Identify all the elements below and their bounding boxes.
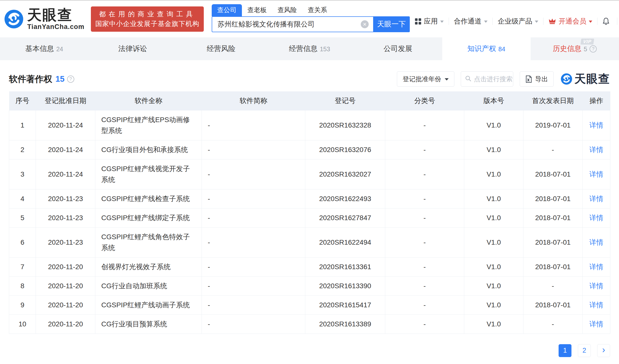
tianyancha-swirl-icon xyxy=(4,9,24,29)
help-icon[interactable]: ? xyxy=(67,76,74,83)
table-row: 22020-11-24CG行业项目外包和承接系统-2020SR1632076-V… xyxy=(9,140,610,159)
detail-link[interactable]: 详情 xyxy=(590,121,603,129)
column-header-登记批准日期: 登记批准日期 xyxy=(36,91,95,110)
tianyancha-swirl-icon xyxy=(561,73,572,85)
col-reg-number: 2020SR1613389 xyxy=(305,314,385,334)
watermark-brand-name: 天眼查 xyxy=(574,71,610,87)
section-count: 15 xyxy=(55,74,65,84)
tab-count: 24 xyxy=(56,46,63,53)
col-first-publish-date: - xyxy=(523,140,583,159)
table-row: 62020-11-23CGSPIP红鲤产线角色特效子系统-2020SR16224… xyxy=(9,227,610,257)
tianyancha-logo[interactable]: 天眼查 TianYanCha.com xyxy=(4,8,84,31)
col-short-name: - xyxy=(202,159,305,189)
header: 天眼查 TianYanCha.com 都在用的商业查询工具 国家中小企业发展子基… xyxy=(0,1,619,37)
col-approval-date: 2020-11-24 xyxy=(36,140,95,159)
tab-经营信息[interactable]: 经营信息153 xyxy=(265,37,354,60)
table-row: 102020-11-20CG行业项目预算系统-2020SR1613389-V1.… xyxy=(9,314,610,334)
col-first-publish-date: 2018-07-01 xyxy=(523,257,583,276)
col-reg-number: 2020SR1632076 xyxy=(305,140,385,159)
col-first-publish-date: - xyxy=(523,314,583,334)
tab-历史信息[interactable]: VIP历史信息5? xyxy=(531,37,619,60)
col-class-number: - xyxy=(385,110,464,140)
col-approval-date: 2020-11-23 xyxy=(36,227,95,257)
help-icon[interactable]: ? xyxy=(590,45,597,52)
col-full-name: CGSPIP红鲤产线动画子系统 xyxy=(95,295,202,314)
slogan-badge: 都在用的商业查询工具 国家中小企业发展子基金旗下机构 xyxy=(91,6,204,32)
column-header-首次发表日期: 首次发表日期 xyxy=(523,91,583,110)
col-reg-number: 2020SR1615417 xyxy=(305,295,385,314)
col-class-number: - xyxy=(385,295,464,314)
detail-link[interactable]: 详情 xyxy=(590,238,603,246)
nav-item-user-menu[interactable]: 肖青羽 xyxy=(617,17,619,26)
nav-label: 合作通道 xyxy=(454,17,482,26)
search-tab-查风险[interactable]: 查风险 xyxy=(272,4,302,16)
nav-label: 企业级产品 xyxy=(498,17,532,26)
nav-item-apps[interactable]: 应用 xyxy=(410,17,449,26)
tab-count: 153 xyxy=(320,46,330,53)
nav-item-enterprise-products[interactable]: 企业级产品 xyxy=(493,17,543,26)
detail-link[interactable]: 详情 xyxy=(590,195,603,203)
company-section-tabs: 基本信息24法律诉讼经营风险经营信息153公司发展知识产权84VIP历史信息5? xyxy=(0,37,619,60)
detail-link[interactable]: 详情 xyxy=(590,301,603,309)
col-short-name: - xyxy=(202,227,305,257)
search-tab-查老板[interactable]: 查老板 xyxy=(242,4,272,16)
search-button[interactable]: 天眼一下 xyxy=(373,16,410,32)
detail-link[interactable]: 详情 xyxy=(590,320,603,328)
col-approval-date: 2020-11-20 xyxy=(36,276,95,295)
clear-search-icon[interactable]: ✕ xyxy=(361,20,369,28)
column-header-软件全称: 软件全称 xyxy=(95,91,202,110)
tab-经营风险[interactable]: 经营风险 xyxy=(177,37,265,60)
detail-link[interactable]: 详情 xyxy=(590,214,603,222)
nav-item-vip-upgrade[interactable]: 开通会员 xyxy=(543,17,597,26)
search-tab-查关系[interactable]: 查关系 xyxy=(302,4,333,16)
col-full-name: CG行业自动加班系统 xyxy=(95,276,202,295)
col-class-number: - xyxy=(385,189,464,208)
col-class-number: - xyxy=(385,159,464,189)
col-short-name: - xyxy=(202,295,305,314)
detail-link[interactable]: 详情 xyxy=(590,170,603,178)
brand-name: 天眼查 xyxy=(27,8,84,22)
nav-item-notifications[interactable] xyxy=(597,17,617,25)
col-full-name: CGSPIP红鲤产线视觉开发子系统 xyxy=(95,159,202,189)
col-reg-number: 2020SR1632027 xyxy=(305,159,385,189)
search-tabs: 查公司查老板查风险查关系 xyxy=(212,6,410,16)
table-search-box[interactable]: 点击进行搜索 xyxy=(461,71,513,87)
export-button[interactable]: 导出 xyxy=(520,71,554,87)
tab-label: 公司发展 xyxy=(384,44,412,54)
search-block: 查公司查老板查风险查关系 ✕ 天眼一下 xyxy=(212,6,410,32)
tab-label: 历史信息 xyxy=(553,44,581,54)
page-button-1[interactable]: 1 xyxy=(559,344,571,357)
tab-知识产权[interactable]: 知识产权84 xyxy=(442,37,531,60)
detail-link[interactable]: 详情 xyxy=(590,263,603,271)
table-row: 12020-11-24CGSPIP红鲤产线EPS动画修型系统-2020SR163… xyxy=(9,110,610,140)
tab-公司发展[interactable]: 公司发展 xyxy=(354,37,442,60)
tab-法律诉讼[interactable]: 法律诉讼 xyxy=(88,37,177,60)
col-class-number: - xyxy=(385,276,464,295)
brand-domain: TianYanCha.com xyxy=(27,23,84,31)
table-row: 42020-11-23CGSPIP红鲤产线检查子系统-2020SR1622493… xyxy=(9,189,610,208)
header-nav: 应用合作通道企业级产品开通会员肖青羽 xyxy=(410,17,619,26)
tab-count: 84 xyxy=(498,46,505,53)
col-short-name: - xyxy=(202,189,305,208)
tab-label: 经营风险 xyxy=(207,44,235,54)
col-index: 1 xyxy=(9,110,36,140)
tab-label: 知识产权 xyxy=(467,44,496,54)
content: 软件著作权 15 ? 登记批准年份 点击进行搜索 xyxy=(0,60,619,357)
search-input[interactable] xyxy=(212,16,373,32)
search-tab-查公司[interactable]: 查公司 xyxy=(212,4,242,16)
col-index: 3 xyxy=(9,159,36,189)
col-class-number: - xyxy=(385,208,464,227)
col-short-name: - xyxy=(202,208,305,227)
page-button-2[interactable]: 2 xyxy=(578,344,591,357)
nav-label: 开通会员 xyxy=(559,17,586,26)
nav-item-partner-channel[interactable]: 合作通道 xyxy=(449,17,492,26)
col-index: 4 xyxy=(9,189,36,208)
detail-link[interactable]: 详情 xyxy=(590,282,603,290)
detail-link[interactable]: 详情 xyxy=(590,146,603,154)
col-version: V1.0 xyxy=(464,295,523,314)
tab-基本信息[interactable]: 基本信息24 xyxy=(0,37,88,60)
col-index: 9 xyxy=(9,295,36,314)
next-page-button[interactable]: › xyxy=(597,344,610,357)
year-filter-dropdown[interactable]: 登记批准年份 xyxy=(397,71,454,87)
col-reg-number: 2020SR1613361 xyxy=(305,257,385,276)
